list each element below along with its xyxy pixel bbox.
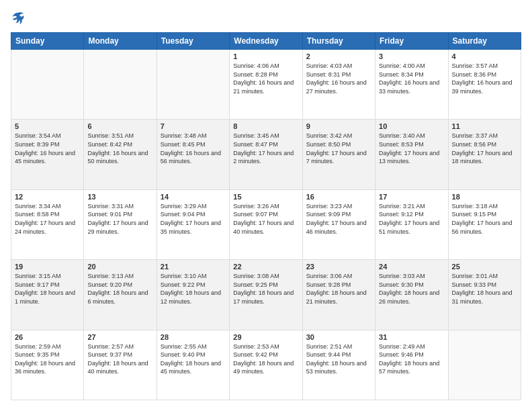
day-info: Sunrise: 3:48 AM Sunset: 8:45 PM Dayligh… bbox=[161, 132, 226, 165]
day-number: 5 bbox=[15, 122, 80, 130]
day-info: Sunrise: 3:37 AM Sunset: 8:56 PM Dayligh… bbox=[452, 132, 517, 165]
col-saturday: Saturday bbox=[448, 33, 521, 50]
day-number: 19 bbox=[15, 263, 80, 271]
calendar-week-row: 19Sunrise: 3:15 AM Sunset: 9:17 PM Dayli… bbox=[11, 260, 521, 330]
day-info: Sunrise: 3:31 AM Sunset: 9:01 PM Dayligh… bbox=[87, 202, 152, 236]
day-number: 29 bbox=[233, 333, 298, 341]
calendar-table: Sunday Monday Tuesday Wednesday Thursday… bbox=[11, 32, 521, 400]
day-number: 17 bbox=[379, 193, 444, 201]
table-row: 12Sunrise: 3:34 AM Sunset: 8:58 PM Dayli… bbox=[11, 189, 84, 259]
day-info: Sunrise: 3:08 AM Sunset: 9:25 PM Dayligh… bbox=[233, 272, 298, 306]
calendar-week-row: 5Sunrise: 3:54 AM Sunset: 8:39 PM Daylig… bbox=[11, 120, 521, 189]
col-thursday: Thursday bbox=[302, 33, 375, 50]
day-info: Sunrise: 3:34 AM Sunset: 8:58 PM Dayligh… bbox=[15, 202, 80, 236]
table-row: 15Sunrise: 3:26 AM Sunset: 9:07 PM Dayli… bbox=[230, 189, 302, 259]
day-number: 8 bbox=[233, 122, 298, 130]
table-row: 13Sunrise: 3:31 AM Sunset: 9:01 PM Dayli… bbox=[84, 189, 157, 259]
day-number: 26 bbox=[15, 333, 80, 341]
day-info: Sunrise: 4:03 AM Sunset: 8:31 PM Dayligh… bbox=[306, 62, 371, 95]
day-info: Sunrise: 3:51 AM Sunset: 8:42 PM Dayligh… bbox=[87, 132, 152, 165]
table-row: 3Sunrise: 4:00 AM Sunset: 8:34 PM Daylig… bbox=[375, 50, 448, 120]
day-number: 16 bbox=[306, 193, 371, 201]
day-info: Sunrise: 3:13 AM Sunset: 9:20 PM Dayligh… bbox=[87, 272, 152, 306]
table-row: 9Sunrise: 3:42 AM Sunset: 8:50 PM Daylig… bbox=[302, 120, 375, 189]
table-row: 20Sunrise: 3:13 AM Sunset: 9:20 PM Dayli… bbox=[84, 260, 157, 330]
calendar-header-row: Sunday Monday Tuesday Wednesday Thursday… bbox=[11, 33, 521, 50]
day-number: 25 bbox=[452, 263, 517, 271]
col-wednesday: Wednesday bbox=[230, 33, 302, 50]
day-number: 14 bbox=[161, 193, 226, 201]
day-info: Sunrise: 3:18 AM Sunset: 9:15 PM Dayligh… bbox=[452, 202, 517, 236]
day-info: Sunrise: 3:10 AM Sunset: 9:22 PM Dayligh… bbox=[161, 272, 226, 306]
table-row: 27Sunrise: 2:57 AM Sunset: 9:37 PM Dayli… bbox=[84, 330, 157, 400]
day-info: Sunrise: 2:59 AM Sunset: 9:35 PM Dayligh… bbox=[15, 342, 80, 376]
day-number: 31 bbox=[379, 333, 444, 341]
day-number: 2 bbox=[306, 52, 371, 60]
table-row bbox=[157, 50, 229, 120]
day-info: Sunrise: 3:23 AM Sunset: 9:09 PM Dayligh… bbox=[306, 202, 371, 236]
table-row: 26Sunrise: 2:59 AM Sunset: 9:35 PM Dayli… bbox=[11, 330, 84, 400]
table-row: 4Sunrise: 3:57 AM Sunset: 8:36 PM Daylig… bbox=[448, 50, 521, 120]
day-info: Sunrise: 3:15 AM Sunset: 9:17 PM Dayligh… bbox=[15, 272, 80, 306]
logo bbox=[11, 11, 28, 26]
table-row: 18Sunrise: 3:18 AM Sunset: 9:15 PM Dayli… bbox=[448, 189, 521, 259]
day-info: Sunrise: 3:57 AM Sunset: 8:36 PM Dayligh… bbox=[452, 62, 517, 95]
day-info: Sunrise: 3:45 AM Sunset: 8:47 PM Dayligh… bbox=[233, 132, 298, 165]
table-row bbox=[84, 50, 157, 120]
table-row: 17Sunrise: 3:21 AM Sunset: 9:12 PM Dayli… bbox=[375, 189, 448, 259]
table-row: 24Sunrise: 3:03 AM Sunset: 9:30 PM Dayli… bbox=[375, 260, 448, 330]
table-row bbox=[448, 330, 521, 400]
day-info: Sunrise: 3:42 AM Sunset: 8:50 PM Dayligh… bbox=[306, 132, 371, 165]
day-info: Sunrise: 3:29 AM Sunset: 9:04 PM Dayligh… bbox=[161, 202, 226, 236]
page: Sunday Monday Tuesday Wednesday Thursday… bbox=[0, 0, 532, 411]
day-info: Sunrise: 3:06 AM Sunset: 9:28 PM Dayligh… bbox=[306, 272, 371, 306]
day-number: 22 bbox=[233, 263, 298, 271]
day-number: 7 bbox=[161, 122, 226, 130]
table-row: 29Sunrise: 2:53 AM Sunset: 9:42 PM Dayli… bbox=[230, 330, 302, 400]
day-number: 24 bbox=[379, 263, 444, 271]
day-number: 9 bbox=[306, 122, 371, 130]
col-monday: Monday bbox=[84, 33, 157, 50]
table-row: 28Sunrise: 2:55 AM Sunset: 9:40 PM Dayli… bbox=[157, 330, 229, 400]
day-number: 21 bbox=[161, 263, 226, 271]
col-friday: Friday bbox=[375, 33, 448, 50]
table-row bbox=[11, 50, 84, 120]
day-info: Sunrise: 2:51 AM Sunset: 9:44 PM Dayligh… bbox=[306, 342, 371, 376]
day-number: 1 bbox=[233, 52, 298, 60]
table-row: 16Sunrise: 3:23 AM Sunset: 9:09 PM Dayli… bbox=[302, 189, 375, 259]
day-info: Sunrise: 3:54 AM Sunset: 8:39 PM Dayligh… bbox=[15, 132, 80, 165]
day-number: 18 bbox=[452, 193, 517, 201]
day-info: Sunrise: 2:55 AM Sunset: 9:40 PM Dayligh… bbox=[161, 342, 226, 376]
day-info: Sunrise: 3:01 AM Sunset: 9:33 PM Dayligh… bbox=[452, 272, 517, 306]
col-tuesday: Tuesday bbox=[157, 33, 229, 50]
table-row: 14Sunrise: 3:29 AM Sunset: 9:04 PM Dayli… bbox=[157, 189, 229, 259]
day-info: Sunrise: 3:40 AM Sunset: 8:53 PM Dayligh… bbox=[379, 132, 444, 165]
calendar-week-row: 12Sunrise: 3:34 AM Sunset: 8:58 PM Dayli… bbox=[11, 189, 521, 259]
day-number: 27 bbox=[87, 333, 152, 341]
table-row: 8Sunrise: 3:45 AM Sunset: 8:47 PM Daylig… bbox=[230, 120, 302, 189]
day-number: 3 bbox=[379, 52, 444, 60]
day-number: 10 bbox=[379, 122, 444, 130]
day-number: 4 bbox=[452, 52, 517, 60]
table-row: 19Sunrise: 3:15 AM Sunset: 9:17 PM Dayli… bbox=[11, 260, 84, 330]
day-number: 23 bbox=[306, 263, 371, 271]
table-row: 2Sunrise: 4:03 AM Sunset: 8:31 PM Daylig… bbox=[302, 50, 375, 120]
logo-bird-icon bbox=[11, 11, 26, 26]
day-number: 6 bbox=[87, 122, 152, 130]
day-number: 11 bbox=[452, 122, 517, 130]
table-row: 6Sunrise: 3:51 AM Sunset: 8:42 PM Daylig… bbox=[84, 120, 157, 189]
calendar-week-row: 26Sunrise: 2:59 AM Sunset: 9:35 PM Dayli… bbox=[11, 330, 521, 400]
day-info: Sunrise: 4:06 AM Sunset: 8:28 PM Dayligh… bbox=[233, 62, 298, 95]
day-info: Sunrise: 2:53 AM Sunset: 9:42 PM Dayligh… bbox=[233, 342, 298, 376]
header bbox=[11, 11, 521, 26]
day-number: 12 bbox=[15, 193, 80, 201]
table-row: 30Sunrise: 2:51 AM Sunset: 9:44 PM Dayli… bbox=[302, 330, 375, 400]
day-info: Sunrise: 3:21 AM Sunset: 9:12 PM Dayligh… bbox=[379, 202, 444, 236]
table-row: 10Sunrise: 3:40 AM Sunset: 8:53 PM Dayli… bbox=[375, 120, 448, 189]
day-info: Sunrise: 2:57 AM Sunset: 9:37 PM Dayligh… bbox=[87, 342, 152, 376]
table-row: 21Sunrise: 3:10 AM Sunset: 9:22 PM Dayli… bbox=[157, 260, 229, 330]
day-info: Sunrise: 3:03 AM Sunset: 9:30 PM Dayligh… bbox=[379, 272, 444, 306]
day-number: 13 bbox=[87, 193, 152, 201]
day-number: 20 bbox=[87, 263, 152, 271]
day-number: 15 bbox=[233, 193, 298, 201]
